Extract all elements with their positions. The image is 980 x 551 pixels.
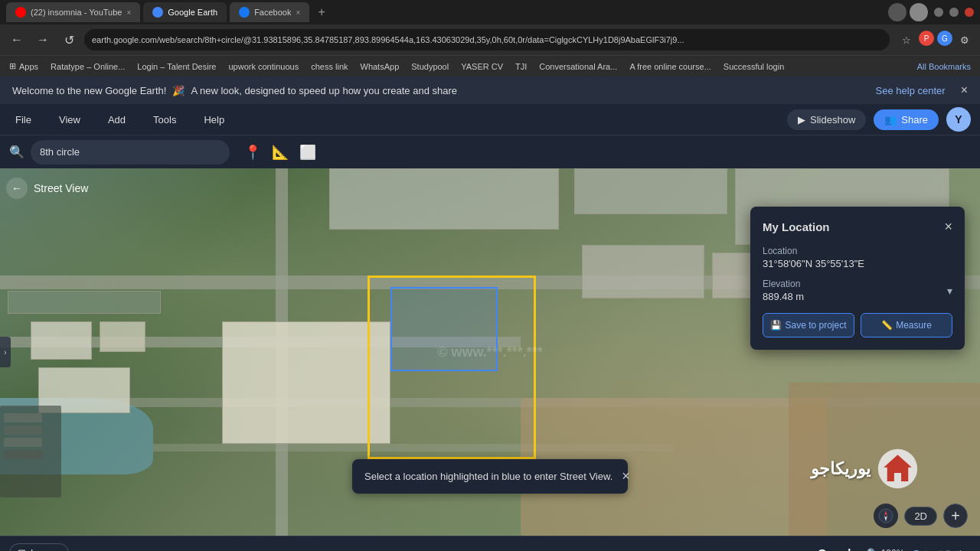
search-row: 🔍 📍 📐 ⬜ [0, 135, 980, 168]
bookmark-all[interactable]: All Bookmarks [914, 60, 974, 73]
toolbar-right: ▶ Slideshow 👥 Share Y [787, 107, 971, 132]
view-2d-button[interactable]: 2D [904, 507, 937, 526]
help-center-link[interactable]: See help center [876, 85, 946, 96]
bookmark-conversational[interactable]: Conversational Ara... [536, 60, 620, 73]
layers-button[interactable]: ⊞ Layers [9, 543, 69, 551]
panel-title: My Location [763, 220, 830, 233]
bookmark-upwork[interactable]: upwork continuous [225, 60, 302, 73]
window-maximize[interactable] [949, 8, 959, 17]
welcome-title: Welcome to the new Google Earth! [12, 85, 166, 96]
layers-label: Layers [31, 547, 60, 551]
address-text: earth.google.com/web/search/8th+circle/@… [92, 35, 684, 44]
profile-icons [888, 3, 928, 21]
profile-icon-2[interactable] [910, 3, 928, 21]
house-brand-icon [877, 448, 919, 490]
menu-tools[interactable]: Tools [147, 111, 182, 129]
elevation-row: Elevation 889.48 m ▾ [763, 279, 952, 302]
warehouse-2 [574, 168, 727, 214]
share-icon: 👥 [884, 114, 897, 126]
slideshow-icon: ▶ [798, 114, 805, 126]
side-panel-toggle[interactable]: › [0, 337, 11, 367]
tab-facebook[interactable]: Facebook × [230, 2, 309, 22]
building-2 [100, 321, 145, 352]
tab-youtube[interactable]: (22) insomnia - YouTube × [6, 2, 140, 22]
menu-help[interactable]: Help [198, 111, 230, 129]
street-view-text: Street View [34, 182, 88, 194]
map-controls: 2D + [874, 504, 968, 528]
location-label: Location [763, 246, 952, 256]
measure-label: Measure [896, 320, 932, 331]
ruler-tool[interactable]: 📐 [270, 142, 291, 163]
elevation-content: Elevation 889.48 m [763, 279, 804, 302]
bookmark-apps[interactable]: ⊞ Apps [6, 60, 41, 73]
save-to-project-button[interactable]: 💾 Save to project [763, 313, 854, 337]
window-controls [882, 3, 974, 21]
reload-button[interactable]: ↺ [58, 29, 80, 51]
new-tab-button[interactable]: + [312, 3, 331, 21]
zoom-percentage: 🔍 100% [867, 548, 905, 552]
address-bar[interactable]: earth.google.com/web/search/8th+circle/@… [84, 29, 890, 51]
extension-icon-1[interactable]: P [919, 31, 934, 46]
building-right-1 [582, 245, 704, 298]
bookmark-tji[interactable]: TJI [512, 60, 530, 73]
apps-icon: ⊞ [9, 61, 16, 71]
forward-button[interactable]: → [32, 29, 54, 51]
zoom-plus-button[interactable]: + [943, 504, 968, 528]
building-center [222, 321, 390, 444]
window-close[interactable] [965, 8, 974, 17]
browser-chrome: (22) insomnia - YouTube × Google Earth F… [0, 0, 980, 168]
street-view-back-button[interactable]: ← [6, 178, 28, 199]
share-button[interactable]: 👥 Share [874, 109, 939, 130]
bookmark-ratatype[interactable]: Ratatype – Online... [47, 60, 128, 73]
tab-youtube-close[interactable]: × [126, 8, 131, 17]
search-icon[interactable]: 🔍 [9, 145, 24, 159]
back-button[interactable]: ← [6, 29, 28, 51]
slideshow-button[interactable]: ▶ Slideshow [787, 109, 866, 130]
window-minimize[interactable] [934, 8, 943, 17]
building-3 [8, 291, 161, 314]
welcome-subtext: A new look, designed to speed up how you… [191, 85, 457, 96]
extension-icon-3[interactable]: ⚙ [956, 31, 974, 49]
elevation-label: Elevation [763, 279, 804, 289]
welcome-emoji: 🎉 [172, 85, 185, 96]
panel-close-button[interactable]: × [944, 219, 952, 235]
elevation-value: 889.48 m [763, 291, 804, 302]
menu-add[interactable]: Add [102, 111, 132, 129]
location-pin-tool[interactable]: 📍 [242, 142, 263, 163]
tab-youtube-label: (22) insomnia - YouTube [31, 8, 122, 17]
bookmark-chess[interactable]: chess link [308, 60, 351, 73]
menu-file[interactable]: File [9, 111, 38, 129]
map-background: © www.***.***.*** ← Street View › My Loc… [0, 168, 980, 536]
panel-actions: 💾 Save to project 📏 Measure [763, 313, 952, 337]
tab-facebook-close[interactable]: × [296, 8, 300, 17]
earth-favicon [152, 7, 163, 18]
bookmark-yaser[interactable]: YASER CV [458, 60, 506, 73]
map-container[interactable]: © www.***.***.*** ← Street View › My Loc… [0, 168, 980, 536]
bookmark-studypool[interactable]: Studypool [408, 60, 452, 73]
bookmark-successful-login[interactable]: Successful login [720, 60, 788, 73]
extension-icon-2[interactable]: G [937, 31, 952, 46]
title-bar: (22) insomnia - YouTube × Google Earth F… [0, 0, 980, 24]
notification-close-button[interactable]: × [622, 468, 630, 484]
location-value: 31°58'06"N 35°55'13"E [763, 258, 952, 269]
compass-button[interactable] [874, 504, 898, 528]
nav-bar: ← → ↺ earth.google.com/web/search/8th+ci… [0, 24, 980, 55]
menu-view[interactable]: View [53, 111, 87, 129]
user-avatar[interactable]: Y [946, 107, 971, 132]
profile-icon-1[interactable] [888, 3, 906, 21]
search-tool-extra[interactable]: ⬜ [297, 142, 318, 163]
building-1 [31, 321, 92, 360]
bookmark-whatsapp[interactable]: WhatsApp [358, 60, 403, 73]
measure-button[interactable]: 📏 Measure [861, 313, 952, 337]
search-tools: 📍 📐 ⬜ [242, 142, 318, 163]
data-attribution-link[interactable]: Data attribution [913, 549, 971, 552]
welcome-banner-close[interactable]: × [961, 83, 968, 97]
bookmark-free-course[interactable]: A free online course... [626, 60, 714, 73]
arabic-text: يوريكاجو [811, 459, 871, 479]
share-label: Share [901, 114, 928, 126]
search-input[interactable] [31, 140, 230, 165]
tab-earth[interactable]: Google Earth [143, 2, 227, 22]
bookmark-star-icon[interactable]: ☆ [897, 31, 916, 49]
bookmark-login-talent[interactable]: Login – Talent Desire [134, 60, 219, 73]
elevation-expand-icon[interactable]: ▾ [947, 285, 952, 297]
